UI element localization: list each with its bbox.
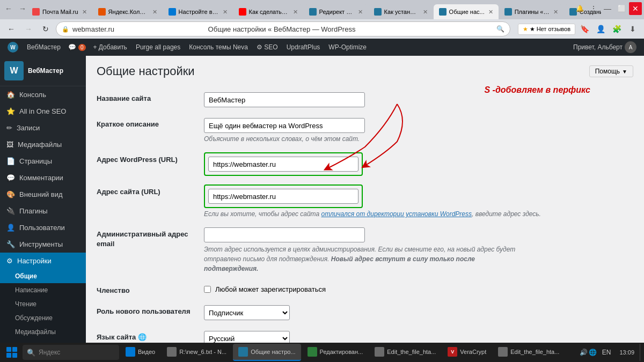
tab-wp1[interactable]: Настройте в В... ✕ [163,4,233,19]
sidebar-item-console[interactable]: 🏠 Консоль [0,86,86,103]
submenu-item-general[interactable]: Общие [0,269,86,283]
tab-mail[interactable]: Почта Mail.ru ✕ [27,4,92,19]
settings-row-sitename: Название сайта [97,87,633,113]
taskbar-item-wp-general[interactable]: Общие настро... [233,344,301,361]
tab-favicon-install [374,8,382,16]
appearance-icon: 🎨 [6,190,15,198]
tab-close[interactable]: ✕ [423,9,428,16]
sidebar-item-appearance[interactable]: 🎨 Внешний вид [0,186,86,203]
wp-optimize[interactable]: WP-Optimize [324,39,371,56]
sidebar-item-posts[interactable]: ✏ Записи [0,120,86,136]
extensions-icon[interactable]: 🧩 [610,22,624,36]
taskbar-item-edit2[interactable]: Edit_the_file_hta... [369,344,441,361]
sidebar-item-settings[interactable]: ⚙ Настройки [0,253,86,269]
sidebar-item-media[interactable]: 🖼 Медиафайлы [0,136,86,153]
tab-redirect[interactable]: Редирект на h... ✕ [304,4,368,19]
wp-site-name[interactable]: ВебМастер [23,39,65,56]
menu-icon[interactable]: ⋮ [587,2,600,15]
sidebar-item-plugins[interactable]: 🔌 Плагины [0,203,86,219]
tagline-label: Краткое описание [97,120,159,128]
tab-close[interactable]: ✕ [223,9,228,16]
download-icon[interactable]: ⬇ [626,22,640,36]
maximize-button[interactable]: ⬜ [615,2,628,15]
settings-form: Название сайта Краткое описание Объяснит… [97,87,633,343]
wp-purge-pages[interactable]: Purge all pages [131,39,185,56]
start-button[interactable] [2,344,21,361]
admin-email-input[interactable] [204,227,365,242]
submenu-item-writing[interactable]: Написание [0,283,86,297]
tab-yt[interactable]: Как сделать р... ✕ [233,4,303,19]
site-name-input[interactable] [204,92,365,107]
forward-nav-button[interactable]: → [21,22,35,36]
tab-install[interactable]: Как установит... ✕ [369,4,433,19]
tab-close[interactable]: ✕ [553,9,558,16]
sidebar-item-users[interactable]: 👤 Пользователи [0,219,86,236]
tab-close[interactable]: ✕ [152,9,157,16]
language-indicator[interactable]: EN [599,348,614,357]
submenu-item-reading[interactable]: Чтение [0,297,86,311]
tab-label: Настройте в В... [179,9,219,15]
back-button[interactable]: ← [2,2,15,15]
sidebar-item-pages[interactable]: 📄 Страницы [0,153,86,169]
wp-add-new[interactable]: + Добавить [89,39,131,56]
language-select[interactable]: Русский English Deutsch [204,331,290,343]
posts-icon: ✏ [6,124,12,132]
back-nav-button[interactable]: ← [4,22,18,36]
tab-favicon-yt [239,8,246,16]
submenu-item-discussion[interactable]: Обсуждение [0,311,86,325]
submenu-item-media[interactable]: Медиафайлы [0,325,86,339]
wp-theme-console[interactable]: Консоль темы Neva [185,39,252,56]
taskbar-item-video[interactable]: Видео [120,344,160,361]
taskbar-item-edit1[interactable]: Редактирован... [302,344,369,361]
taskbar-item-notepad[interactable]: R:\new_6.txt - N... [162,344,232,361]
tab-favicon-redirect [309,8,317,16]
tagline-input[interactable] [204,118,365,133]
wp-comments-link[interactable]: 💬 0 [65,39,89,56]
sidebar-item-tools[interactable]: 🔧 Инструменты [0,236,86,253]
tab-general-active[interactable]: Общие нас... ✕ [434,4,499,19]
bookmark-icon[interactable]: 🔖 [577,22,591,36]
veracrypt-label: VeraCrypt [460,349,486,355]
forward-button[interactable]: → [16,2,29,15]
address-bar[interactable]: 🔒 webmaster.ru 🔍 [56,21,510,36]
tab-close[interactable]: ✕ [82,9,87,16]
site-url-hint: Если вы хотите, чтобы адрес сайта отлича… [204,210,633,218]
show-desktop-button[interactable] [640,344,642,361]
site-url-hint-link[interactable]: отличался от директории установки WordPr… [321,210,472,218]
tools-icon: 🔧 [6,240,15,248]
tab-close[interactable]: ✕ [488,9,493,16]
media-icon: 🖼 [6,141,13,149]
tab-close[interactable]: ✕ [293,9,298,16]
close-button[interactable]: ✕ [629,2,642,15]
wp-url-input[interactable] [208,157,358,172]
taskbar-search[interactable]: 🔍 Яндекс [23,345,119,360]
wp-updraft[interactable]: UpdraftPlus [282,39,325,56]
wp-seo[interactable]: ⚙ SEO [252,39,282,56]
notifications-icon[interactable]: 🔔 [573,2,586,15]
taskbar-item-edit3[interactable]: Edit_the_file_hta... [493,344,565,361]
taskbar-item-veracrypt[interactable]: V VeraCrypt [442,344,492,361]
user-role-select[interactable]: Подписчик Участник Автор Редактор Админи… [204,305,290,320]
tab-plugins[interactable]: Плагины « Пл... ✕ [499,4,564,19]
refresh-button[interactable]: ↻ [39,22,53,36]
sidebar-logo[interactable]: W ВебМастер [0,56,86,86]
membership-checkbox[interactable] [204,286,211,293]
help-button[interactable]: Помощь ▼ [589,65,633,77]
minimize-button[interactable]: — [601,2,614,15]
tab-favicon-mail [32,8,40,16]
wp-logo-item[interactable]: W [3,39,23,56]
tab-favicon-plugins [504,8,512,16]
wp-greeting[interactable]: Привет, Альберт A [569,39,641,56]
membership-checkbox-label[interactable]: Любой может зарегистрироваться [204,285,633,293]
tab-label: Как сделать р... [249,9,289,15]
profile-icon[interactable]: 👤 [594,22,608,36]
site-url-input[interactable] [208,189,358,204]
sidebar-item-comments[interactable]: 💬 Комментарии [0,169,86,186]
tab-yandex[interactable]: Яндекс.Колле... ✕ [93,4,163,19]
submenu-item-permalinks[interactable]: Постоянные ссылки [0,339,86,343]
sidebar-item-seo[interactable]: ⭐ All in One SEO [0,103,86,120]
tab-close[interactable]: ✕ [358,9,363,16]
no-reviews-button[interactable]: ★ ★ Нет отзывов [518,24,575,35]
tray-icons[interactable]: 🔊 🌐 [580,349,597,356]
settings-row-membership: Членство Любой может зарегистрироваться [97,279,633,300]
